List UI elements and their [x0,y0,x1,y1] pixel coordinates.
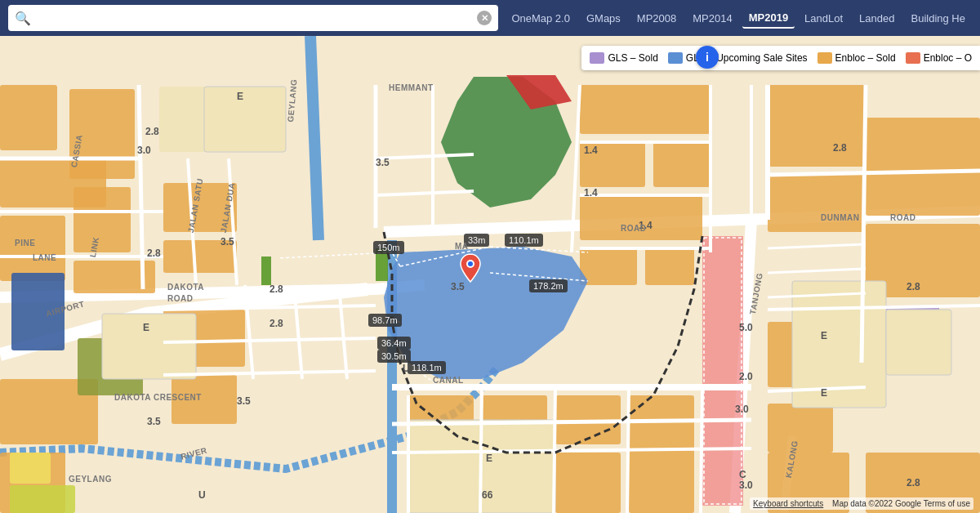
map-container[interactable]: 110.1m178.2m150m33m98.7m36.4m30.5m118.1m… [0,36,980,513]
distance-label: 98.7m [368,314,402,327]
svg-rect-51 [886,310,951,375]
nav-item-gmaps[interactable]: GMaps [580,9,627,28]
legend-gls-upcoming-box [668,52,683,64]
nav-item-mp2014[interactable]: MP2014 [686,9,738,28]
svg-rect-48 [102,314,196,379]
map-copyright: Keyboard shortcuts Map data ©2022 Google… [750,497,973,510]
svg-rect-14 [172,375,237,424]
svg-rect-24 [768,404,833,453]
svg-rect-21 [768,85,866,167]
legend-enbloc-sold-box [817,52,832,64]
svg-rect-15 [580,85,710,134]
svg-rect-44 [10,485,75,513]
distance-label: 110.1m [505,234,543,247]
nav-menu: OneMap 2.0GMapsMP2008MP2014MP2019LandLot… [505,8,972,29]
search-bar[interactable]: 🔍 DUNMAN ROAD ✕ [8,5,498,31]
svg-rect-5 [0,216,65,281]
distance-label: 118.1m [408,361,446,374]
svg-rect-3 [0,85,57,150]
svg-line-78 [627,387,629,513]
svg-rect-34 [555,453,621,513]
svg-rect-8 [69,89,135,179]
svg-rect-35 [629,395,694,513]
svg-rect-18 [580,195,702,240]
svg-rect-16 [580,142,645,187]
copyright-text: Map data ©2022 Google Terms of use [832,499,970,508]
distance-label: 33m [464,234,489,247]
legend-enbloc-o-label: Enbloc – O [924,52,972,64]
svg-point-99 [468,261,473,266]
legend-info-button[interactable]: i [696,46,719,69]
svg-rect-17 [653,142,710,187]
distance-label: 36.4m [377,337,411,350]
map-pin[interactable] [457,252,483,283]
legend-enbloc-sold: Enbloc – Sold [817,52,896,64]
svg-rect-42 [11,273,65,350]
legend-gls-upcoming: GLS – Upcoming Sale Sites [668,52,808,64]
svg-rect-20 [645,248,694,285]
svg-rect-26 [866,118,980,216]
nav-item-landlot[interactable]: LandLot [798,9,849,28]
distance-label: 178.2m [529,279,568,292]
legend-enbloc-sold-label: Enbloc – Sold [835,52,896,64]
svg-rect-11 [163,183,237,232]
search-input[interactable]: DUNMAN ROAD [36,11,477,25]
svg-rect-38 [261,256,271,285]
nav-item-mp2008[interactable]: MP2008 [630,9,683,28]
svg-rect-45 [10,453,51,484]
legend-gls-sold-label: GLS – Sold [608,52,657,64]
distance-label: 150m [373,241,404,254]
nav-item-onemap-2-0[interactable]: OneMap 2.0 [505,9,577,28]
search-icon: 🔍 [15,11,31,26]
legend-gls-sold: GLS – Sold [590,52,657,64]
map-legend: GLS – Sold GLS – Upcoming Sale Sites Enb… [581,46,980,70]
svg-line-79 [701,387,702,513]
svg-rect-12 [163,240,237,273]
legend-enbloc-o: Enbloc – O [906,52,972,64]
svg-rect-9 [74,187,131,252]
svg-rect-19 [580,248,637,285]
svg-line-77 [554,387,555,513]
nav-item-building-he[interactable]: Building He [905,9,973,28]
keyboard-shortcuts-link[interactable]: Keyboard shortcuts [753,499,823,508]
svg-rect-47 [204,87,286,152]
distance-label: 30.5m [377,350,411,363]
nav-item-mp2019[interactable]: MP2019 [742,8,795,29]
legend-enbloc-o-box [906,52,920,64]
svg-rect-22 [768,175,866,232]
clear-search-button[interactable]: ✕ [477,11,492,25]
legend-gls-sold-box [590,52,604,64]
svg-line-76 [480,387,482,513]
svg-rect-1 [702,236,743,506]
top-navigation: 🔍 DUNMAN ROAD ✕ OneMap 2.0GMapsMP2008MP2… [0,0,980,36]
legend-info-icon: i [706,51,709,64]
nav-item-landed[interactable]: Landed [853,9,901,28]
